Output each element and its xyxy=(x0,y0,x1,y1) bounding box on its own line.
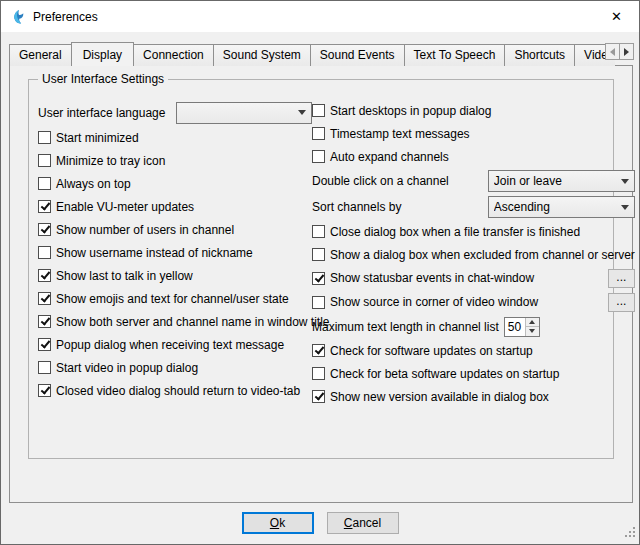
max-text-length-row: Maximum text length in channel list 50 xyxy=(312,314,635,339)
tab-scroll-left-button[interactable] xyxy=(605,43,620,60)
checkbox-software-updates[interactable]: Check for software updates on startup xyxy=(312,339,635,362)
display-tab-page: User Interface Settings User interface l… xyxy=(9,65,633,503)
down-arrow-icon xyxy=(529,329,535,333)
ok-button[interactable]: Ok xyxy=(242,512,314,534)
checkbox-show-username[interactable]: Show username instead of nickname xyxy=(38,241,312,264)
checkbox-label: Show source in corner of video window xyxy=(330,295,538,309)
checkbox-label: Auto expand channels xyxy=(330,150,449,164)
checkbox-emojis-and-text[interactable]: Show emojis and text for channel/user st… xyxy=(38,287,312,310)
tab-strip: General Display Connection Sound System … xyxy=(9,39,615,66)
spinner-value: 50 xyxy=(505,318,525,336)
checkbox-always-on-top[interactable]: Always on top xyxy=(38,172,312,195)
tab-text-to-speech[interactable]: Text To Speech xyxy=(404,44,506,66)
checkbox-label: Show username instead of nickname xyxy=(56,246,253,260)
checkbox-minimize-to-tray[interactable]: Minimize to tray icon xyxy=(38,149,312,172)
checkbox-label: Show new version available in dialog box xyxy=(330,390,549,404)
checkbox-vu-meter-updates[interactable]: Enable VU-meter updates xyxy=(38,195,312,218)
cancel-button[interactable]: Cancel xyxy=(327,512,399,534)
checkbox-label: Minimize to tray icon xyxy=(56,154,165,168)
checkbox-icon xyxy=(38,338,51,351)
ok-button-label: Ok xyxy=(270,516,285,530)
tab-shortcuts[interactable]: Shortcuts xyxy=(504,44,575,66)
checkbox-label: Show statusbar events in chat-window xyxy=(330,271,534,285)
language-row: User interface language xyxy=(38,99,312,126)
checkbox-popup-on-text-message[interactable]: Popup dialog when receiving text message xyxy=(38,333,312,356)
close-button[interactable]: ✕ xyxy=(594,1,639,31)
checkbox-icon xyxy=(312,104,325,117)
checkbox-icon xyxy=(312,367,325,380)
checkbox-start-desktops-popup[interactable]: Start desktops in popup dialog xyxy=(312,99,635,122)
window-title: Preferences xyxy=(33,10,98,24)
checkbox-auto-expand-channels[interactable]: Auto expand channels xyxy=(312,145,635,168)
tab-display[interactable]: Display xyxy=(71,42,134,66)
tab-connection[interactable]: Connection xyxy=(133,44,214,66)
checkbox-label: Check for software updates on startup xyxy=(330,344,533,358)
checkbox-label: Start desktops in popup dialog xyxy=(330,104,491,118)
sort-channels-label: Sort channels by xyxy=(312,200,401,214)
checkbox-timestamp-messages[interactable]: Timestamp text messages xyxy=(312,122,635,145)
checkbox-start-minimized[interactable]: Start minimized xyxy=(38,126,312,149)
resize-grip[interactable] xyxy=(624,526,637,542)
cancel-button-label: Cancel xyxy=(344,516,381,530)
checkbox-beta-updates[interactable]: Check for beta software updates on start… xyxy=(312,362,635,385)
checkbox-icon xyxy=(312,296,325,309)
checkbox-excluded-dialog[interactable]: Show a dialog box when excluded from cha… xyxy=(312,243,635,266)
checkbox-label: Timestamp text messages xyxy=(330,127,470,141)
max-text-length-spinner[interactable]: 50 xyxy=(504,317,540,337)
checkbox-icon xyxy=(38,131,51,144)
checkbox-icon xyxy=(312,390,325,403)
checkbox-icon xyxy=(312,225,325,238)
left-column: User interface language Start minimized … xyxy=(38,99,312,408)
checkbox-label: Always on top xyxy=(56,177,131,191)
checkbox-statusbar-events[interactable]: Show statusbar events in chat-window ... xyxy=(312,266,635,290)
checkbox-video-source-corner[interactable]: Show source in corner of video window ..… xyxy=(312,290,635,314)
tab-general[interactable]: General xyxy=(9,44,72,66)
checkbox-icon xyxy=(38,269,51,282)
tab-sound-system[interactable]: Sound System xyxy=(213,44,311,66)
app-icon xyxy=(10,9,26,25)
checkbox-last-talk-yellow[interactable]: Show last to talk in yellow xyxy=(38,264,312,287)
max-text-length-label: Maximum text length in channel list xyxy=(312,320,499,334)
checkbox-icon xyxy=(312,272,325,285)
checkbox-label: Close dialog box when a file transfer is… xyxy=(330,225,580,239)
checkbox-new-version-dialog[interactable]: Show new version available in dialog box xyxy=(312,385,635,408)
checkbox-icon xyxy=(312,127,325,140)
checkbox-icon xyxy=(38,315,51,328)
double-click-combobox[interactable]: Join or leave xyxy=(488,170,635,192)
combobox-value: Join or leave xyxy=(494,174,617,188)
group-title: User Interface Settings xyxy=(38,72,168,86)
spinner-down-button[interactable] xyxy=(526,327,539,336)
tab-sound-events[interactable]: Sound Events xyxy=(310,44,405,66)
chevron-down-icon xyxy=(621,179,629,184)
chevron-down-icon xyxy=(298,110,306,115)
spinner-buttons xyxy=(525,318,539,336)
checkbox-icon xyxy=(312,150,325,163)
tab-scroll-right-button[interactable] xyxy=(619,43,634,60)
checkbox-icon xyxy=(38,292,51,305)
chevron-down-icon xyxy=(621,205,629,210)
checkbox-icon xyxy=(38,246,51,259)
checkbox-icon xyxy=(312,344,325,357)
video-source-browse-button[interactable]: ... xyxy=(608,293,635,312)
checkbox-icon xyxy=(38,361,51,374)
checkbox-server-channel-in-title[interactable]: Show both server and channel name in win… xyxy=(38,310,312,333)
left-arrow-icon xyxy=(610,48,615,56)
checkbox-closed-video-return[interactable]: Closed video dialog should return to vid… xyxy=(38,379,312,402)
checkbox-icon xyxy=(38,200,51,213)
checkbox-label: Check for beta software updates on start… xyxy=(330,367,559,381)
statusbar-events-browse-button[interactable]: ... xyxy=(608,269,635,288)
checkbox-label: Show number of users in channel xyxy=(56,223,234,237)
combobox-value: Ascending xyxy=(494,200,617,214)
right-arrow-icon xyxy=(624,48,629,56)
language-label: User interface language xyxy=(38,106,165,120)
tab-scroll-control xyxy=(605,43,634,60)
checkbox-close-on-file-transfer[interactable]: Close dialog box when a file transfer is… xyxy=(312,220,635,243)
spinner-up-button[interactable] xyxy=(526,318,539,328)
checkbox-label: Show both server and channel name in win… xyxy=(56,315,330,329)
checkbox-icon xyxy=(312,248,325,261)
double-click-row: Double click on a channel Join or leave xyxy=(312,168,635,194)
checkbox-show-user-count[interactable]: Show number of users in channel xyxy=(38,218,312,241)
checkbox-start-video-popup[interactable]: Start video in popup dialog xyxy=(38,356,312,379)
sort-channels-combobox[interactable]: Ascending xyxy=(488,196,635,218)
language-combobox[interactable] xyxy=(176,102,312,124)
